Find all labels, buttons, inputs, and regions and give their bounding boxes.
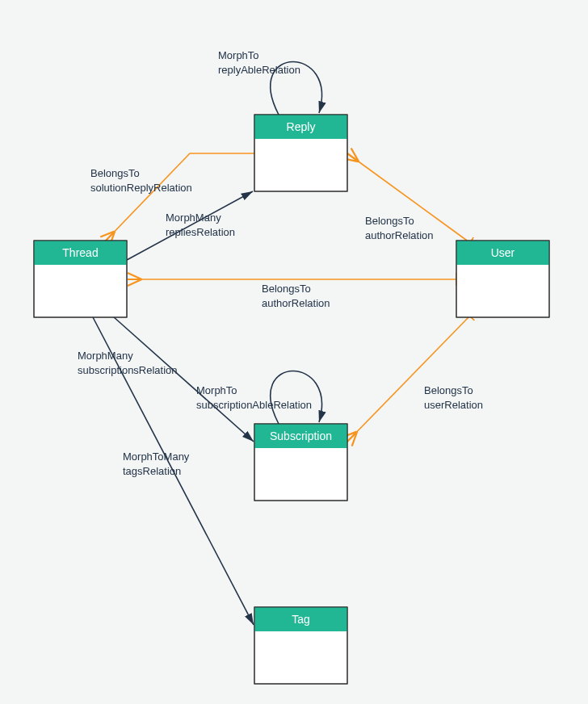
node-thread: Thread [34,241,127,317]
rel-thread-reply-mm-l1: MorphMany [166,212,221,224]
rel-reply-self-l1: MorphTo [218,49,259,61]
rel-sub-user-l1: BelongsTo [424,384,473,396]
rel-thread-tag-l2: tagsRelation [123,465,181,477]
rel-thread-user-l2: authorRelation [262,297,330,309]
edge-reply-user: BelongsTo authorRelation [347,153,469,242]
rel-thread-tag-l1: MorphToMany [123,450,190,463]
edge-reply-self: MorphTo replyAbleRelation [218,49,321,115]
rel-sub-user-l2: userRelation [424,399,483,411]
edge-subscription-self: MorphTo subscriptionAbleRelation [196,371,321,424]
node-reply: Reply [254,115,347,191]
erd-diagram: MorphTo replyAbleRelation BelongsTo solu… [0,0,588,704]
node-user-label: User [491,246,515,259]
rel-thread-sub-l1: MorphMany [78,350,133,362]
rel-thread-reply-mm-l2: repliesRelation [166,226,235,238]
rel-reply-self-l2: replyAbleRelation [218,64,300,76]
edge-thread-user: BelongsTo authorRelation [128,279,456,309]
node-thread-label: Thread [62,246,98,259]
rel-thread-user-l1: BelongsTo [262,283,311,295]
rel-reply-user-l1: BelongsTo [365,215,414,227]
rel-thread-sub-l2: subscriptionsRelation [78,364,178,376]
node-reply-label: Reply [287,120,316,133]
edge-thread-subscription: MorphMany subscriptionsRelation [78,316,254,442]
rel-sub-self-l1: MorphTo [196,384,237,396]
node-subscription-label: Subscription [270,430,332,442]
rel-sub-self-l2: subscriptionAbleRelation [196,399,312,411]
rel-thread-reply-bt-l1: BelongsTo [90,167,140,179]
edge-subscription-user: BelongsTo userRelation [347,316,483,442]
node-subscription: Subscription [254,424,347,501]
node-user: User [456,241,549,317]
rel-reply-user-l2: authorRelation [365,229,434,241]
rel-thread-reply-bt-l2: solutionReplyRelation [90,182,192,194]
edge-thread-reply-morphmany: MorphMany repliesRelation [127,191,253,260]
node-tag-label: Tag [292,613,310,626]
node-tag: Tag [254,607,347,684]
